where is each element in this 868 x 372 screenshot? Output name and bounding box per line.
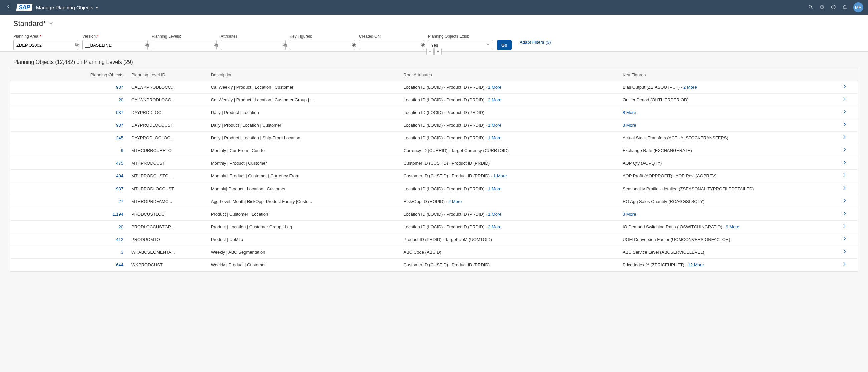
planning-area-input[interactable] xyxy=(14,43,75,48)
value-help-icon[interactable] xyxy=(144,43,149,48)
planning-objects-count[interactable]: 245 xyxy=(116,135,123,140)
table-row[interactable]: 1,194PRODCUSTLOCProduct | Customer | Loc… xyxy=(10,208,858,221)
row-navigate-icon[interactable] xyxy=(842,160,847,167)
root-more-link[interactable]: 1 More xyxy=(488,123,501,128)
row-navigate-icon[interactable] xyxy=(842,261,847,268)
planning-objects-count[interactable]: 412 xyxy=(116,237,123,242)
row-navigate-icon[interactable] xyxy=(842,134,847,141)
filter-label: Created On: xyxy=(359,34,424,39)
root-more-link[interactable]: 1 More xyxy=(488,211,501,217)
attributes-input[interactable] xyxy=(221,43,282,48)
row-navigate-icon[interactable] xyxy=(842,96,847,103)
table-row[interactable]: 537DAYPRODLOCDaily | Product | LocationL… xyxy=(10,106,858,119)
planning-objects-count[interactable]: 475 xyxy=(116,161,123,166)
value-help-icon[interactable] xyxy=(75,43,80,48)
kf-more-link[interactable]: 8 More xyxy=(623,110,636,115)
value-help-icon[interactable] xyxy=(213,43,218,48)
root-more-link[interactable]: 1 More xyxy=(488,135,501,140)
row-navigate-icon[interactable] xyxy=(842,122,847,128)
planning-objects-count[interactable]: 20 xyxy=(119,224,123,229)
planning-level-id: DAYPRODLOCLOC... xyxy=(127,132,207,144)
table-row[interactable]: 937MTHPRODLOCCUSTMonthly| Product | Loca… xyxy=(10,182,858,195)
kf-more-link[interactable]: 3 More xyxy=(623,123,636,128)
search-icon[interactable] xyxy=(808,4,813,11)
collapse-header-button[interactable] xyxy=(426,48,434,56)
planning-objects-count[interactable]: 9 xyxy=(121,148,123,153)
version-input[interactable] xyxy=(83,43,144,48)
root-more-link[interactable]: 2 More xyxy=(448,199,462,204)
table-row[interactable]: 412PRODUOMTOProduct | UoMToProduct ID (P… xyxy=(10,233,858,246)
row-navigate-icon[interactable] xyxy=(842,147,847,154)
refresh-icon[interactable] xyxy=(819,4,825,11)
kf-more-link[interactable]: 2 More xyxy=(683,85,697,90)
kf-more-link[interactable]: 9 More xyxy=(726,224,740,229)
row-navigate-icon[interactable] xyxy=(842,249,847,255)
col-header-objects[interactable]: Planning Objects xyxy=(34,69,127,81)
table-row[interactable]: 20PRODLOCCUSTGR...Product | Location | C… xyxy=(10,221,858,233)
shell-header: SAP Manage Planning Objects ▼ MR xyxy=(0,0,868,15)
col-header-kf[interactable]: Key Figures xyxy=(619,69,831,81)
key-figures-input[interactable] xyxy=(290,43,351,48)
key-figures: Price Index % (ZPRICEUPLIFT) · 12 More xyxy=(619,259,831,271)
table-row[interactable]: 937CALWKPRODLOCC...Cal.Weekly | Product … xyxy=(10,81,858,93)
description: Monthly| Product | Location | Customer xyxy=(207,182,400,195)
planning-levels-input[interactable] xyxy=(152,43,213,48)
table-row[interactable]: 27MTHROPRDFAMC...Agg Level: Month| RiskO… xyxy=(10,195,858,208)
planning-objects-count[interactable]: 537 xyxy=(116,110,123,115)
table-row[interactable]: 245DAYPRODLOCLOC...Daily | Product | Loc… xyxy=(10,132,858,144)
row-navigate-icon[interactable] xyxy=(842,236,847,242)
pin-header-button[interactable] xyxy=(434,48,442,56)
table-row[interactable]: 20CALWKPRODLOCC...Cal.Weekly | Product |… xyxy=(10,93,858,106)
row-navigate-icon[interactable] xyxy=(842,172,847,179)
root-attributes: Location ID (LOCID) · Product ID (PRDID)… xyxy=(400,221,619,233)
row-navigate-icon[interactable] xyxy=(842,198,847,205)
kf-more-link[interactable]: 3 More xyxy=(623,211,636,217)
root-attributes: Product ID (PRDID) · Target UoM (UOMTOID… xyxy=(400,233,619,246)
planning-level-id: MTHPRODCUSTC... xyxy=(127,170,207,182)
variant-selector[interactable]: Standard* xyxy=(13,19,54,28)
key-figures: IO Demand Switching Ratio (IOSWITCHINGRA… xyxy=(619,221,831,233)
table-row[interactable]: 475MTHPRODCUSTMonthly | Product | Custom… xyxy=(10,157,858,170)
notifications-icon[interactable] xyxy=(842,4,847,11)
go-button[interactable]: Go xyxy=(497,40,512,50)
key-figures: RO Agg Sales Quantity (ROAGGSLSQTY) xyxy=(619,195,831,208)
planning-objects-count[interactable]: 937 xyxy=(116,123,123,128)
col-header-desc[interactable]: Description xyxy=(207,69,400,81)
adapt-filters-link[interactable]: Adapt Filters (3) xyxy=(520,37,551,47)
app-title-dropdown[interactable]: Manage Planning Objects ▼ xyxy=(36,5,99,10)
created-on-input[interactable] xyxy=(359,43,421,48)
planning-level-id: CALWKPRODLOCC... xyxy=(127,81,207,93)
col-header-level[interactable]: Planning Level ID xyxy=(127,69,207,81)
back-button[interactable] xyxy=(5,4,13,11)
kf-more-link[interactable]: 12 More xyxy=(688,262,704,267)
value-help-icon[interactable] xyxy=(282,43,287,48)
value-help-icon[interactable] xyxy=(421,43,425,48)
planning-objects-count[interactable]: 27 xyxy=(119,199,123,204)
table-row[interactable]: 3WKABCSEGMENTA...Weekly | ABC Segmentati… xyxy=(10,246,858,259)
row-navigate-icon[interactable] xyxy=(842,84,847,90)
table-row[interactable]: 644WKPRODCUSTWeekly | Product | Customer… xyxy=(10,259,858,271)
root-more-link[interactable]: 1 More xyxy=(493,173,507,178)
table-row[interactable]: 937DAYPRODLOCCUSTDaily | Product | Locat… xyxy=(10,119,858,132)
row-navigate-icon[interactable] xyxy=(842,185,847,192)
table-row[interactable]: 404MTHPRODCUSTC...Monthly | Product | Cu… xyxy=(10,170,858,182)
table-row[interactable]: 9MTHCURRCURRTOMonthly | CurrFrom | CurrT… xyxy=(10,144,858,157)
root-more-link[interactable]: 1 More xyxy=(488,85,501,90)
planning-objects-count[interactable]: 644 xyxy=(116,262,123,267)
value-help-icon[interactable] xyxy=(351,43,356,48)
planning-objects-count[interactable]: 937 xyxy=(116,85,123,90)
planning-objects-count[interactable]: 404 xyxy=(116,173,123,178)
planning-objects-count[interactable]: 937 xyxy=(116,186,123,191)
planning-objects-count[interactable]: 20 xyxy=(119,97,123,102)
root-more-link[interactable]: 2 More xyxy=(488,97,501,102)
root-more-link[interactable]: 1 More xyxy=(488,186,501,191)
planning-objects-count[interactable]: 3 xyxy=(121,250,123,255)
user-avatar[interactable]: MR xyxy=(853,2,863,12)
row-navigate-icon[interactable] xyxy=(842,109,847,116)
row-navigate-icon[interactable] xyxy=(842,223,847,230)
row-navigate-icon[interactable] xyxy=(842,210,847,217)
help-icon[interactable] xyxy=(831,4,836,11)
planning-objects-count[interactable]: 1,194 xyxy=(113,211,124,217)
root-more-link[interactable]: 2 More xyxy=(488,224,501,229)
col-header-root[interactable]: Root Attributes xyxy=(400,69,619,81)
